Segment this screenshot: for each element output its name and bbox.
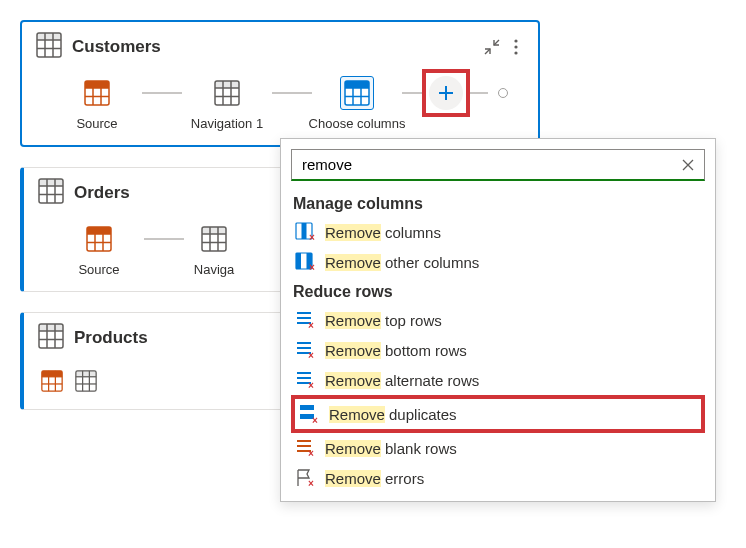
- connector: [468, 92, 488, 94]
- menu-remove-other-columns[interactable]: Remove other columns: [281, 247, 715, 277]
- group-title-manage-columns: Manage columns: [281, 189, 715, 217]
- table-icon: [36, 32, 62, 62]
- step-label: Naviga: [194, 262, 234, 277]
- remove-columns-icon: [295, 222, 315, 242]
- step-source[interactable]: Source: [52, 76, 142, 131]
- query-card-orders[interactable]: Orders Source Naviga: [20, 167, 285, 292]
- remove-blank-rows-icon: [295, 438, 315, 458]
- remove-alternate-rows-icon: [295, 370, 315, 390]
- plus-icon: [438, 85, 454, 101]
- query-card-customers[interactable]: Customers Source Navigation 1 Choose col…: [20, 20, 540, 147]
- step-label: Source: [76, 116, 117, 131]
- step-label: Navigation 1: [191, 116, 263, 131]
- step-choose-columns[interactable]: Choose columns: [312, 76, 402, 131]
- collapse-icon[interactable]: [484, 39, 500, 55]
- svg-point-43: [514, 45, 517, 48]
- query-title: Orders: [74, 183, 270, 203]
- query-card-products[interactable]: Products: [20, 312, 285, 410]
- svg-point-42: [514, 39, 517, 42]
- menu-remove-blank-rows[interactable]: Remove blank rows: [281, 433, 715, 463]
- query-title: Products: [74, 328, 270, 348]
- table-icon: [38, 323, 64, 353]
- remove-top-rows-icon: [295, 310, 315, 330]
- group-title-reduce-rows: Reduce rows: [281, 277, 715, 305]
- connector: [402, 92, 422, 94]
- step-source[interactable]: Source: [54, 222, 144, 277]
- table-icon: [38, 178, 64, 208]
- more-icon[interactable]: [508, 39, 524, 55]
- menu-label: Remove bottom rows: [325, 342, 467, 359]
- menu-remove-duplicates[interactable]: Remove duplicates: [295, 399, 701, 429]
- menu-remove-alternate-rows[interactable]: Remove alternate rows: [281, 365, 715, 395]
- search-box[interactable]: [291, 149, 705, 181]
- remove-errors-icon: [295, 468, 315, 488]
- menu-label: Remove top rows: [325, 312, 442, 329]
- end-node: [498, 88, 508, 98]
- menu-label: Remove blank rows: [325, 440, 457, 457]
- table-icon: [214, 80, 240, 106]
- table-icon: [201, 226, 227, 252]
- menu-remove-bottom-rows[interactable]: Remove bottom rows: [281, 335, 715, 365]
- menu-label: Remove other columns: [325, 254, 479, 271]
- step-navigation[interactable]: Naviga: [184, 222, 244, 277]
- annotation-highlight-duplicates: Remove duplicates: [291, 395, 705, 433]
- table-orange-icon[interactable]: [38, 367, 66, 395]
- remove-duplicates-icon: [299, 404, 319, 424]
- table-orange-icon: [86, 226, 112, 252]
- menu-label: Remove columns: [325, 224, 441, 241]
- connector: [142, 92, 182, 94]
- action-search-panel: Manage columns Remove columns Remove oth…: [280, 138, 716, 502]
- step-navigation[interactable]: Navigation 1: [182, 76, 272, 131]
- svg-point-44: [514, 51, 517, 54]
- table-icon[interactable]: [72, 367, 100, 395]
- menu-label: Remove duplicates: [329, 406, 457, 423]
- menu-label: Remove alternate rows: [325, 372, 479, 389]
- table-blue-icon: [344, 80, 370, 106]
- add-step-button[interactable]: [429, 76, 463, 110]
- clear-icon[interactable]: [680, 157, 696, 173]
- query-title: Customers: [72, 37, 474, 57]
- remove-bottom-rows-icon: [295, 340, 315, 360]
- connector: [144, 238, 184, 240]
- table-orange-icon: [84, 80, 110, 106]
- step-label: Source: [78, 262, 119, 277]
- menu-remove-errors[interactable]: Remove errors: [281, 463, 715, 493]
- menu-label: Remove errors: [325, 470, 424, 487]
- step-label: Choose columns: [309, 116, 406, 131]
- menu-remove-columns[interactable]: Remove columns: [281, 217, 715, 247]
- remove-other-columns-icon: [295, 252, 315, 272]
- connector: [272, 92, 312, 94]
- search-input[interactable]: [300, 155, 680, 174]
- menu-remove-top-rows[interactable]: Remove top rows: [281, 305, 715, 335]
- annotation-highlight-add: [422, 69, 470, 117]
